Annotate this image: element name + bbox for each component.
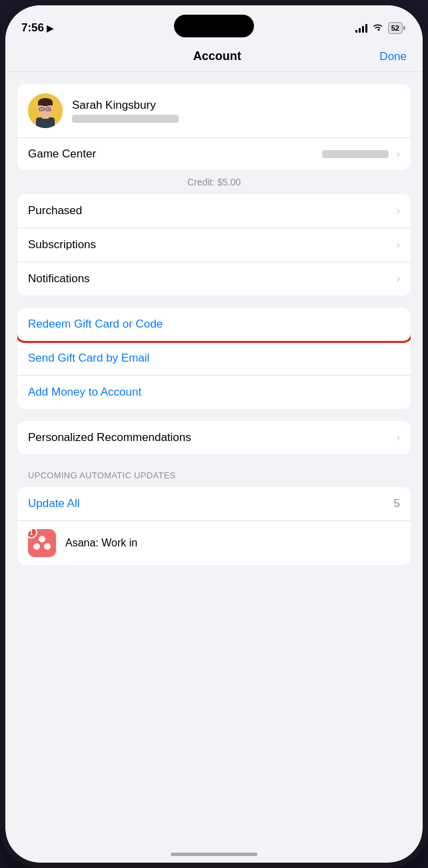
signal-bar-3 [362,26,364,33]
battery-level: 52 [391,24,399,32]
purchased-label: Purchased [28,204,82,218]
user-name: Sarah Kingsbury [72,99,179,112]
add-money-label: Add Money to Account [28,386,141,398]
recommendations-label: Personalized Recommendations [28,431,191,444]
svg-point-9 [41,109,43,110]
phone-frame: 7:56 ▶ 52 [0,0,428,868]
send-gift-card-label: Send Gift Card by Email [28,352,149,364]
svg-rect-1 [36,117,55,128]
mute-button[interactable] [0,112,3,137]
notifications-chevron: › [397,273,400,285]
user-email-blurred [72,115,179,123]
svg-point-12 [39,536,45,542]
add-money-row[interactable]: Add Money to Account [17,376,411,409]
credit-display: Credit: $5.00 [17,177,411,187]
power-button[interactable] [425,165,428,232]
user-profile-row[interactable]: Sarah Kingsbury [17,84,411,138]
user-card: Sarah Kingsbury Game Center › [17,84,411,170]
chevron-icon: › [397,148,400,160]
status-bar: 7:56 ▶ 52 [5,5,423,41]
updates-card: Update All 5 1 [17,487,411,565]
subscriptions-row[interactable]: Subscriptions › [17,228,411,262]
signal-bar-4 [365,24,367,33]
volume-up-button[interactable] [0,151,3,197]
volume-down-button[interactable] [0,209,3,256]
subscriptions-chevron: › [397,239,400,251]
notifications-label: Notifications [28,272,90,286]
updates-section-header: UPCOMING AUTOMATIC UPDATES [17,464,411,484]
signal-bars [355,24,367,33]
game-center-row[interactable]: Game Center › [17,138,411,170]
status-icons: 52 [355,22,403,34]
updates-section: UPCOMING AUTOMATIC UPDATES Update All 5 [17,464,411,565]
gift-card-section: Redeem Gift Card or Code Send Gift Card … [17,308,411,409]
update-all-label: Update All [28,497,80,510]
recommendations-chevron: › [397,432,400,444]
content-area: Sarah Kingsbury Game Center › Credit: $5… [5,72,423,856]
status-time: 7:56 ▶ [21,21,53,35]
phone-screen: 7:56 ▶ 52 [5,5,423,863]
home-bar [171,853,257,856]
nav-header: Account Done [5,41,423,72]
send-gift-card-row[interactable]: Send Gift Card by Email [17,342,411,376]
recommendations-row[interactable]: Personalized Recommendations › [17,421,411,454]
redeem-row[interactable]: Redeem Gift Card or Code [17,308,411,342]
page-title: Account [55,49,379,63]
user-info: Sarah Kingsbury [72,99,179,123]
svg-point-10 [48,109,49,110]
subscriptions-label: Subscriptions [28,238,96,252]
svg-point-13 [33,543,40,550]
app-icon-asana: 1 [28,529,56,557]
update-all-row[interactable]: Update All 5 [17,487,411,521]
game-center-label: Game Center [28,147,96,161]
app-name-asana: Asana: Work in [65,537,137,549]
signal-bar-1 [355,30,357,33]
battery-indicator: 52 [388,22,403,34]
redeem-label: Redeem Gift Card or Code [28,318,163,330]
dynamic-island [174,15,254,37]
app-row-asana[interactable]: 1 Asana: Work in [17,521,411,565]
wifi-icon [372,23,383,33]
game-center-value-blurred [322,150,389,158]
location-icon: ▶ [47,23,53,33]
menu-section: Purchased › Subscriptions › Notification… [17,194,411,296]
recommendations-card: Personalized Recommendations › [17,421,411,454]
notifications-row[interactable]: Notifications › [17,262,411,296]
avatar [28,93,63,128]
game-center-right: › [322,148,400,160]
purchased-chevron: › [397,205,400,217]
update-count: 5 [394,497,400,510]
done-button[interactable]: Done [379,50,407,63]
svg-point-14 [44,543,51,550]
svg-rect-5 [38,102,53,105]
time-display: 7:56 [21,21,44,35]
purchased-row[interactable]: Purchased › [17,194,411,228]
signal-bar-2 [359,28,361,33]
